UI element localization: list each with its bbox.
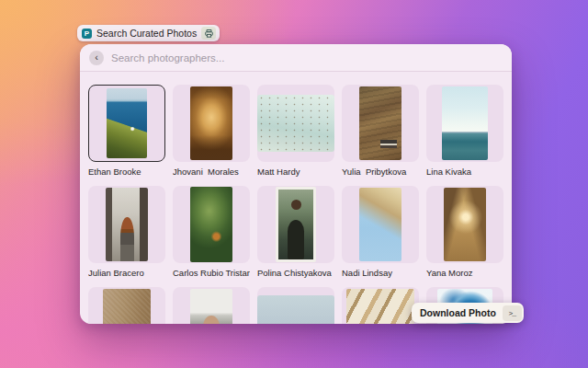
- photo-tile-row3-4[interactable]: [342, 287, 419, 324]
- photographer-name: Jhovani Morales: [173, 167, 250, 177]
- photo-tile-nadi-lindsay[interactable]: [342, 186, 419, 263]
- photo-pale-sky-mountains: [442, 86, 488, 160]
- pexels-logo-icon: P: [82, 29, 92, 39]
- photo-tile-jhovani-morales[interactable]: [173, 85, 250, 162]
- photo-tile-yulia-pribytkova[interactable]: [342, 85, 419, 162]
- photographer-card: Ethan Brooke: [88, 85, 165, 177]
- photographer-card: Yana Moroz: [426, 186, 503, 278]
- photographer-card: Lina Kivaka: [426, 85, 503, 177]
- photographer-name: Yana Moroz: [426, 268, 503, 278]
- photographer-card: Matt Hardy: [257, 85, 334, 177]
- hotkey-badge: [201, 27, 216, 40]
- photo-woman-city-balcony: [106, 188, 148, 261]
- search-input[interactable]: [111, 52, 503, 63]
- photo-tile-polina-chistyakova[interactable]: [257, 186, 334, 263]
- photographer-card: [173, 287, 250, 324]
- photo-woman-park-framed: [276, 187, 316, 262]
- photo-green-tree: [190, 187, 232, 262]
- photo-landscape-horizon: [257, 295, 334, 324]
- photographer-card: Polina Chistyakova: [257, 186, 334, 278]
- photo-tile-row3-1[interactable]: [88, 287, 165, 324]
- printer-icon: [205, 29, 213, 38]
- desktop-background: P Search Curated Photos ‹ Ethan Brook: [0, 0, 588, 368]
- photo-tile-ethan-brooke[interactable]: [88, 85, 165, 162]
- photo-escalator-architecture: [346, 289, 414, 324]
- photo-tile-row3-2[interactable]: [173, 287, 250, 324]
- photo-brown-texture: [103, 289, 151, 324]
- download-photo-action[interactable]: Download Photo >_: [412, 303, 524, 323]
- photographer-name: Ethan Brooke: [88, 167, 165, 177]
- photographer-name: Carlos Rubio Tristan: [173, 268, 250, 278]
- photographer-card: Yulia Pribytkova: [342, 85, 419, 177]
- photographer-card: Nadi Lindsay: [342, 186, 419, 278]
- photo-tile-lina-kivaka[interactable]: [426, 85, 503, 162]
- photographer-card: Julian Bracero: [88, 186, 165, 278]
- photographer-name: Polina Chistyakova: [257, 268, 334, 278]
- command-title: Search Curated Photos: [96, 28, 197, 39]
- photo-tile-yana-moroz[interactable]: [426, 186, 503, 263]
- photo-tile-julian-bracero[interactable]: [88, 186, 165, 263]
- photo-cathedral-interior: [190, 86, 232, 160]
- photographer-name: Julian Bracero: [88, 268, 165, 278]
- photographer-name: Nadi Lindsay: [342, 268, 419, 278]
- photo-rock-against-sky: [359, 188, 401, 261]
- photo-mountain-barn: [359, 86, 401, 160]
- photographer-card: [257, 287, 334, 324]
- photographer-name: Yulia Pribytkova: [342, 167, 419, 177]
- photographer-card: Carlos Rubio Tristan: [173, 186, 250, 278]
- photo-canyon-sunlight: [444, 188, 486, 261]
- photographer-name: Lina Kivaka: [426, 167, 503, 177]
- photo-tile-row3-3[interactable]: [257, 287, 334, 324]
- search-bar: ‹: [80, 44, 512, 72]
- photo-man-portrait: [190, 289, 232, 324]
- photo-tile-carlos-rubio-tristan[interactable]: [173, 186, 250, 263]
- photo-ocean-surfers: [257, 95, 334, 152]
- enter-key-badge: >_: [503, 305, 522, 321]
- photographer-card: Jhovani Morales: [173, 85, 250, 177]
- command-pill[interactable]: P Search Curated Photos: [77, 25, 220, 41]
- action-label: Download Photo: [420, 307, 496, 318]
- photo-lighthouse-coast: [107, 88, 147, 158]
- photo-grid: Ethan Brooke Jhovani Morales Matt Hardy …: [80, 72, 512, 324]
- photographer-card: [88, 287, 165, 324]
- chevron-left-icon: ‹: [95, 52, 98, 63]
- photo-tile-matt-hardy[interactable]: [257, 85, 334, 162]
- photographer-name: Matt Hardy: [257, 167, 334, 177]
- app-window: ‹ Ethan Brooke Jhovani Morales: [80, 44, 512, 324]
- back-button[interactable]: ‹: [89, 51, 104, 65]
- photographer-card: [342, 287, 419, 324]
